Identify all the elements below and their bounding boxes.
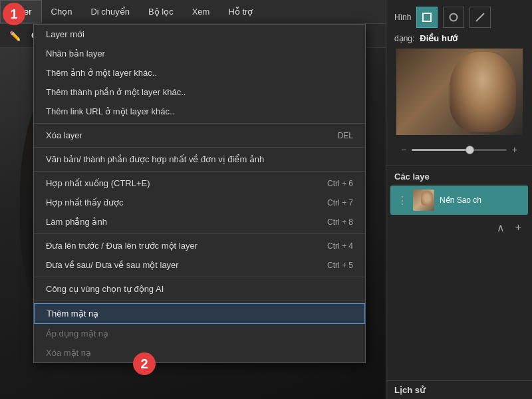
rect-shape-btn[interactable] [416, 7, 438, 28]
layer-dropdown-menu: Layer mới Nhân bản layer Thêm ảnh ở một … [33, 24, 366, 363]
menu-item-cong-cu-ai[interactable]: Công cụ vùng chọn tự động AI [34, 279, 365, 299]
thumbnail-image [396, 49, 523, 135]
layers-section-header: Các laye [386, 166, 532, 184]
slider-plus-btn[interactable]: + [512, 144, 517, 155]
menu-item-nhan-ban[interactable]: Nhân bản layer [34, 44, 365, 63]
dang-row: dạng: Điều hướ [394, 33, 524, 43]
toolbar-brush-icon[interactable]: ✏️ [7, 28, 23, 44]
separator-1 [34, 123, 365, 124]
shape-tools-section: Hình dạng: Điều hướ − [386, 0, 532, 166]
layer-controls: ∧ + [386, 216, 532, 239]
menu-item-them-thanh-phan[interactable]: Thêm thành phần ở một layer khác.. [34, 82, 365, 102]
separator-6 [34, 301, 365, 301]
separator-3 [34, 171, 365, 172]
slider-fill [412, 149, 469, 151]
slider-thumb[interactable] [466, 146, 474, 154]
circle-shape-btn[interactable] [443, 7, 464, 28]
menu-item-dua-ve-sau[interactable]: Đưa về sau/ Đưa về sau một layer Ctrl + … [34, 255, 365, 275]
dua-ve-sau-label: Đưa về sau/ Đưa về sau một layer [46, 260, 179, 270]
step-2-indicator: 2 [133, 352, 156, 375]
hinh-row: Hình [394, 7, 524, 28]
menu-bo-loc[interactable]: Bộ lọc [139, 0, 183, 23]
dua-len-truoc-label: Đưa lên trước / Đưa lên trước một layer [46, 241, 198, 251]
hop-nhat-thay-duoc-shortcut: Ctrl + 7 [327, 198, 353, 207]
slider-minus-btn[interactable]: − [401, 144, 406, 155]
lam-phang-label: Làm phẳng ảnh [46, 217, 107, 227]
dang-label: dạng: [394, 34, 414, 43]
layer-add-btn[interactable]: + [513, 220, 524, 235]
menu-item-ap-dung-mat-na: Áp dụng mặt nạ [34, 324, 365, 343]
menu-item-van-ban-hop-nhat[interactable]: Văn bản/ thành phần được hợp nhất về đơn… [34, 150, 365, 169]
xoa-layer-shortcut: DEL [338, 131, 353, 140]
separator-4 [34, 233, 365, 234]
menu-xem[interactable]: Xem [183, 0, 219, 23]
history-section-header: Lịch sử [386, 380, 532, 399]
slider-track[interactable] [412, 149, 507, 151]
dieu-huong-value: Điều hướ [420, 33, 458, 43]
menu-bar: Layer Chọn Di chuyển Bộ lọc Xem Hỗ trợ [0, 0, 386, 24]
xoa-layer-label: Xóa layer [46, 130, 82, 140]
svg-line-2 [476, 13, 484, 21]
menu-item-lam-phang[interactable]: Làm phẳng ảnh Ctrl + 8 [34, 212, 365, 231]
line-shape-btn[interactable] [469, 7, 491, 28]
hop-nhat-xuong-label: Hợp nhất xuống (CTRL+E) [46, 178, 150, 188]
canvas-thumbnail [396, 49, 523, 135]
layer-drag-handle[interactable]: ⋮ [397, 194, 408, 207]
svg-rect-0 [423, 13, 431, 21]
opacity-slider-row: − + [394, 140, 524, 159]
step-1-indicator: 1 [3, 3, 25, 25]
hinh-label: Hình [394, 13, 411, 22]
menu-item-hop-nhat-thay-duoc[interactable]: Hợp nhất thấy được Ctrl + 7 [34, 193, 365, 212]
dua-len-truoc-shortcut: Ctrl + 4 [327, 241, 353, 251]
layer-name-label: Nền Sao ch [440, 196, 521, 205]
lam-phang-shortcut: Ctrl + 8 [327, 217, 353, 227]
layer-item-nen-sao-ch[interactable]: ⋮ Nền Sao ch [390, 186, 528, 215]
layer-thumbnail [413, 190, 434, 211]
right-panel: Hình dạng: Điều hướ − [386, 0, 532, 399]
menu-item-them-anh[interactable]: Thêm ảnh ở một layer khác.. [34, 63, 365, 82]
thumbnail-face [450, 52, 516, 132]
menu-item-layer-moi[interactable]: Layer mới [34, 25, 365, 44]
layer-move-up-btn[interactable]: ∧ [494, 220, 507, 235]
hop-nhat-xuong-shortcut: Ctrl + 6 [327, 179, 353, 188]
separator-5 [34, 277, 365, 277]
menu-item-xoa-mat-na: Xóa mặt nạ [34, 343, 365, 362]
layer-thumb-face [421, 191, 433, 205]
dua-ve-sau-shortcut: Ctrl + 5 [327, 261, 353, 270]
hop-nhat-thay-duoc-label: Hợp nhất thấy được [46, 198, 124, 207]
menu-item-dua-len-truoc[interactable]: Đưa lên trước / Đưa lên trước một layer … [34, 236, 365, 255]
menu-item-xoa-layer[interactable]: Xóa layer DEL [34, 126, 365, 145]
menu-di-chuyen[interactable]: Di chuyển [81, 0, 139, 23]
menu-item-hop-nhat-xuong[interactable]: Hợp nhất xuống (CTRL+E) Ctrl + 6 [34, 174, 365, 193]
menu-chon[interactable]: Chọn [42, 0, 82, 23]
menu-ho-tro[interactable]: Hỗ trợ [219, 0, 262, 23]
separator-2 [34, 147, 365, 148]
menu-item-them-link[interactable]: Thêm link URL ở một layer khác.. [34, 102, 365, 121]
menu-item-them-mat-na[interactable]: Thêm mặt nạ [34, 303, 365, 324]
svg-point-1 [450, 14, 458, 21]
